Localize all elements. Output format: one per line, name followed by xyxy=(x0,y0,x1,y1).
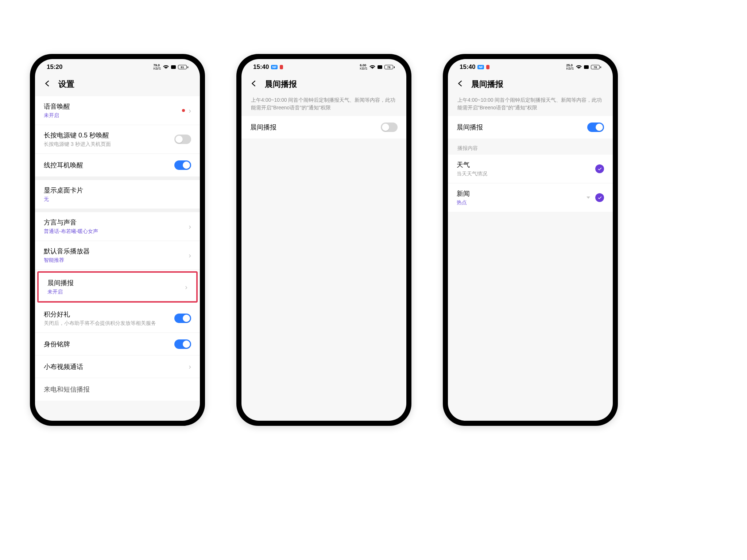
page-header: 设置 xyxy=(35,75,200,96)
row-sub: 未开启 xyxy=(44,112,182,119)
net-speed: 79.0 KB/S xyxy=(153,64,161,70)
row-dialect[interactable]: 方言与声音 普通话-布若曦-暖心女声 › xyxy=(35,212,200,241)
chevron-right-icon: › xyxy=(189,222,191,231)
row-sub: 关闭后，小布助手将不会提供积分发放等相关服务 xyxy=(44,320,174,327)
row-title: 小布视频通话 xyxy=(44,362,189,371)
row-power-wake[interactable]: 长按电源键 0.5 秒唤醒 长按电源键 3 秒进入关机页面 xyxy=(35,125,200,154)
row-sub: 热点 xyxy=(457,199,587,206)
phone-frame-1: 15:20 79.0 KB/S 81 设置 xyxy=(30,54,205,426)
page-header: 晨间播报 xyxy=(241,75,406,96)
row-video-call[interactable]: 小布视频通话 › xyxy=(35,355,200,378)
row-news[interactable]: 新闻 热点 xyxy=(448,183,613,212)
back-icon[interactable] xyxy=(43,79,51,89)
battery-icon: 78 xyxy=(384,65,395,69)
status-time: 15:40 xyxy=(460,63,475,71)
row-sub: 未开启 xyxy=(47,289,185,295)
status-pill-red xyxy=(486,65,489,69)
toggle-points[interactable] xyxy=(174,314,191,323)
alert-dot-icon xyxy=(182,109,185,112)
wifi-icon xyxy=(576,65,582,70)
settings-group-voice: 方言与声音 普通话-布若曦-暖心女声 › 默认音乐播放器 智能推荐 › 晨间播报… xyxy=(35,212,200,401)
row-voice-wake[interactable]: 语音唤醒 未开启 › xyxy=(35,96,200,125)
row-wired-wake[interactable]: 线控耳机唤醒 xyxy=(35,154,200,176)
status-pill-blue: NF xyxy=(271,65,278,69)
row-morning-broadcast[interactable]: 晨间播报 xyxy=(448,116,613,139)
status-bar: 15:40 NF 6.00 KB/S 78 xyxy=(241,59,406,75)
net-speed: 25.0 KB/S xyxy=(566,64,574,70)
row-morning-broadcast[interactable]: 晨间播报 未开启 › xyxy=(39,273,196,301)
row-title: 方言与声音 xyxy=(44,218,189,227)
chevron-right-icon: › xyxy=(189,251,191,260)
check-circle-icon[interactable] xyxy=(595,164,604,173)
toggle-power-wake[interactable] xyxy=(174,135,191,144)
row-title: 线控耳机唤醒 xyxy=(44,161,174,170)
row-player[interactable]: 默认音乐播放器 智能推荐 › xyxy=(35,241,200,270)
toggle-morning-broadcast[interactable] xyxy=(587,122,604,132)
row-weather[interactable]: 天气 当天天气情况 xyxy=(448,155,613,183)
row-sub: 长按电源键 3 秒进入关机页面 xyxy=(44,141,174,148)
battery-icon: 81 xyxy=(178,65,188,69)
row-title: 显示桌面卡片 xyxy=(44,186,191,195)
separator xyxy=(35,176,200,180)
status-time: 15:20 xyxy=(47,63,62,71)
status-time: 15:40 xyxy=(253,63,269,71)
record-icon xyxy=(171,65,176,69)
back-icon[interactable] xyxy=(456,79,464,89)
broadcast-content-group: 天气 当天天气情况 新闻 热点 xyxy=(448,155,613,212)
row-badge[interactable]: 身份铭牌 xyxy=(35,333,200,355)
toggle-morning-broadcast[interactable] xyxy=(381,122,398,132)
row-title: 晨间播报 xyxy=(250,123,381,132)
wifi-icon xyxy=(369,65,375,70)
row-sub: 智能推荐 xyxy=(44,257,189,264)
phone-frame-3: 15:40 NF 25.0 KB/S 78 晨间播报 上午 xyxy=(443,54,618,426)
row-title: 新闻 xyxy=(457,189,587,198)
wifi-icon xyxy=(163,65,169,70)
record-icon xyxy=(584,65,589,69)
row-sub: 当天天气情况 xyxy=(457,171,595,177)
screen-3: 15:40 NF 25.0 KB/S 78 晨间播报 上午 xyxy=(448,59,613,421)
row-sub: 普通话-布若曦-暖心女声 xyxy=(44,228,189,235)
settings-group: 晨间播报 xyxy=(448,116,613,139)
row-morning-broadcast[interactable]: 晨间播报 xyxy=(241,116,406,139)
row-title: 天气 xyxy=(457,160,595,169)
row-title: 晨间播报 xyxy=(457,123,587,132)
page-title: 晨间播报 xyxy=(265,79,297,90)
status-bar: 15:40 NF 25.0 KB/S 78 xyxy=(448,59,613,75)
chevron-right-icon: › xyxy=(185,283,187,291)
settings-group-card: 显示桌面卡片 无 xyxy=(35,180,200,209)
row-title: 晨间播报 xyxy=(47,279,185,287)
net-speed: 6.00 KB/S xyxy=(360,64,367,70)
row-title: 长按电源键 0.5 秒唤醒 xyxy=(44,131,174,140)
page-title: 晨间播报 xyxy=(471,79,503,90)
section-label: 播报内容 xyxy=(448,139,613,155)
screen-1: 15:20 79.0 KB/S 81 设置 xyxy=(35,59,200,421)
battery-icon: 78 xyxy=(591,65,601,69)
check-circle-icon[interactable] xyxy=(595,193,604,202)
record-icon xyxy=(378,65,382,69)
row-title: 积分好礼 xyxy=(44,310,174,319)
chevron-down-icon[interactable] xyxy=(587,197,590,199)
row-title: 身份铭牌 xyxy=(44,340,174,349)
row-points[interactable]: 积分好礼 关闭后，小布助手将不会提供积分发放等相关服务 xyxy=(35,304,200,333)
settings-group: 晨间播报 xyxy=(241,116,406,139)
screen-2: 15:40 NF 6.00 KB/S 78 晨间播报 上午 xyxy=(241,59,406,421)
row-sub: 无 xyxy=(44,196,191,203)
page-description: 上午4:00~10:00 间首个闹钟后定制播报天气、新闻等内容，此功能需开启"B… xyxy=(241,96,406,116)
toggle-wired-wake[interactable] xyxy=(174,160,191,170)
row-title: 语音唤醒 xyxy=(44,102,182,111)
separator xyxy=(35,209,200,212)
row-cutoff[interactable]: 来电和短信播报 xyxy=(35,378,200,401)
row-desktop-card[interactable]: 显示桌面卡片 无 xyxy=(35,180,200,209)
status-pill-red xyxy=(280,65,283,69)
settings-group-wake: 语音唤醒 未开启 › 长按电源键 0.5 秒唤醒 长按电源键 3 秒进入关机页面… xyxy=(35,96,200,176)
chevron-right-icon: › xyxy=(189,362,191,371)
page-description: 上午4:00~10:00 间首个闹钟后定制播报天气、新闻等内容，此功能需开启"B… xyxy=(448,96,613,116)
row-title: 来电和短信播报 xyxy=(44,385,191,394)
status-pill-blue: NF xyxy=(477,65,484,69)
toggle-badge[interactable] xyxy=(174,339,191,349)
page-header: 晨间播报 xyxy=(448,75,613,96)
chevron-right-icon: › xyxy=(189,106,191,115)
row-title: 默认音乐播放器 xyxy=(44,247,189,256)
back-icon[interactable] xyxy=(249,79,258,89)
highlight-box: 晨间播报 未开启 › xyxy=(37,271,198,303)
